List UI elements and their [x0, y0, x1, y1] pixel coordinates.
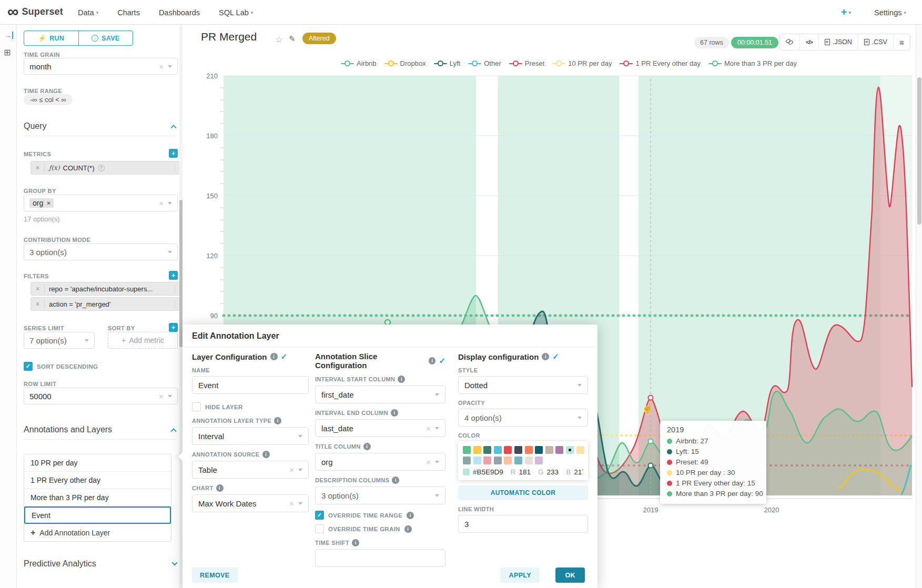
clear-icon[interactable]: × — [426, 424, 431, 433]
color-swatch[interactable] — [463, 446, 471, 454]
legend-item-airbnb[interactable]: Airbnb — [341, 59, 377, 67]
chart-select[interactable]: Max Work Dates × — [192, 494, 309, 512]
remove-button[interactable]: REMOVE — [192, 567, 238, 583]
hide-layer-checkbox[interactable] — [192, 402, 201, 411]
chart-menu-button[interactable]: ≡ — [894, 34, 910, 50]
group-by-select[interactable]: org × × — [24, 195, 178, 211]
save-button[interactable]: ↓ SAVE — [78, 31, 133, 45]
color-swatch[interactable] — [504, 457, 512, 464]
color-swatch[interactable] — [525, 457, 533, 464]
time-grain-select[interactable]: month × — [24, 58, 178, 75]
info-icon[interactable]: i — [391, 409, 398, 417]
automatic-color-button[interactable]: AUTOMATIC COLOR — [458, 485, 588, 500]
color-swatch[interactable] — [535, 457, 543, 464]
interval-start-select[interactable]: first_date — [315, 386, 445, 403]
contribution-mode-select[interactable]: 3 option(s) — [24, 244, 178, 260]
filter-chip[interactable]: × action = 'pr_merged' › — [31, 297, 183, 311]
add-annotation-layer-button[interactable]: + Add Annotation Layer — [24, 524, 171, 541]
legend-item-preset[interactable]: Preset — [509, 59, 545, 67]
clear-icon[interactable]: × — [426, 458, 431, 467]
page-scrollbar-track[interactable] — [916, 25, 922, 588]
legend-item-dropbox[interactable]: Dropbox — [384, 59, 426, 67]
annotation-source-select[interactable]: Table × — [192, 461, 309, 479]
color-swatch[interactable] — [535, 446, 543, 454]
color-swatch-selected[interactable] — [566, 446, 574, 454]
color-swatch[interactable] — [514, 446, 522, 454]
nav-item-sql-lab[interactable]: SQL Lab ▾ — [219, 8, 253, 17]
datasource-grid-icon[interactable]: ⊞ — [4, 47, 11, 57]
info-icon[interactable]: i — [392, 477, 399, 484]
collapse-panel-icon[interactable]: → — [4, 32, 13, 39]
opacity-select[interactable]: 4 option(s) — [458, 409, 588, 427]
remove-icon[interactable]: × — [47, 200, 50, 206]
info-icon[interactable]: i — [404, 525, 412, 533]
description-columns-select[interactable]: 3 option(s) — [315, 486, 445, 504]
info-icon[interactable]: i — [352, 539, 359, 546]
color-swatch[interactable] — [483, 457, 491, 464]
filter-chip[interactable]: × repo = 'apache/incubator-supers... › — [31, 282, 183, 296]
export-json-button[interactable]: .JSON — [819, 34, 858, 50]
predictive-section-header[interactable]: Predictive Analytics — [24, 559, 176, 573]
name-input[interactable] — [192, 376, 309, 394]
line-width-input[interactable] — [458, 515, 588, 533]
clear-icon[interactable]: × — [289, 465, 294, 474]
new-item-button[interactable]: + ▾ — [841, 6, 851, 18]
color-swatch[interactable] — [514, 457, 522, 464]
page-scrollbar-thumb[interactable] — [917, 77, 921, 225]
apply-button[interactable]: APPLY — [500, 567, 540, 583]
color-swatch[interactable] — [473, 446, 481, 454]
title-column-select[interactable]: org × — [315, 453, 445, 471]
color-swatch[interactable] — [504, 446, 512, 454]
legend-item-3pr[interactable]: More than 3 PR per day — [708, 59, 797, 67]
annotation-layer-type-select[interactable]: Interval — [192, 427, 309, 445]
info-icon[interactable]: i — [407, 512, 414, 519]
info-icon[interactable]: i — [542, 353, 549, 360]
info-icon[interactable]: i — [363, 443, 371, 450]
color-swatch[interactable] — [473, 457, 481, 464]
remove-icon[interactable]: × — [31, 164, 45, 172]
override-time-range-checkbox[interactable]: ✓ — [315, 511, 324, 520]
time-shift-input[interactable] — [315, 549, 445, 567]
series-limit-select[interactable]: 7 option(s) — [24, 332, 95, 349]
remove-icon[interactable]: × — [31, 300, 45, 308]
info-icon[interactable]: i — [398, 376, 405, 383]
add-metric-button[interactable]: + — [169, 149, 178, 158]
run-button[interactable]: ⚡ RUN — [24, 31, 78, 45]
info-icon[interactable]: i — [429, 357, 435, 364]
color-swatch[interactable] — [494, 446, 502, 454]
ok-button[interactable]: OK — [555, 567, 585, 583]
nav-item-dashboards[interactable]: Dashboards — [159, 8, 200, 17]
color-swatch[interactable] — [576, 446, 584, 454]
query-section-header[interactable]: Query — [24, 121, 176, 136]
legend-item-1pr[interactable]: 1 PR Every other day — [620, 59, 701, 67]
add-filter-button[interactable]: + — [169, 271, 178, 280]
sort-descending-checkbox[interactable]: ✓ — [24, 362, 33, 371]
time-range-pill[interactable]: -∞ ≤ col < ∞ — [24, 94, 73, 105]
metric-chip[interactable]: × ƒ(x) COUNT(*) ? › — [31, 161, 183, 175]
color-swatch[interactable] — [555, 446, 563, 454]
info-icon[interactable]: i — [274, 417, 281, 424]
nav-item-data[interactable]: Data ▾ — [78, 8, 98, 17]
clear-icon[interactable]: × — [159, 392, 164, 401]
annotation-layer-item[interactable]: 10 PR per day — [24, 454, 171, 472]
clear-icon[interactable]: × — [159, 199, 164, 208]
color-swatch[interactable] — [494, 457, 502, 464]
settings-menu[interactable]: Settings ▾ — [874, 8, 906, 17]
legend-item-lyft[interactable]: Lyft — [434, 59, 460, 67]
remove-icon[interactable]: × — [31, 285, 45, 293]
color-swatch[interactable] — [463, 457, 471, 464]
nav-item-charts[interactable]: Charts — [117, 8, 140, 17]
color-swatch[interactable] — [525, 446, 533, 454]
override-time-grain-checkbox[interactable] — [315, 524, 324, 533]
sort-by-add-metric[interactable]: + Add metric — [108, 332, 178, 349]
view-query-button[interactable]: </> — [800, 34, 819, 50]
row-limit-select[interactable]: 50000 × — [24, 388, 178, 404]
edit-title-icon[interactable]: ✎ — [289, 34, 296, 44]
annotation-layer-item[interactable]: More than 3 PR per day — [24, 489, 171, 506]
clear-icon[interactable]: × — [159, 62, 164, 71]
style-select[interactable]: Dotted — [458, 376, 588, 394]
info-icon[interactable]: i — [262, 451, 270, 458]
legend-item-10pr[interactable]: 10 PR per day — [552, 59, 612, 67]
export-csv-button[interactable]: .CSV — [858, 34, 894, 50]
color-swatch[interactable] — [483, 446, 491, 454]
